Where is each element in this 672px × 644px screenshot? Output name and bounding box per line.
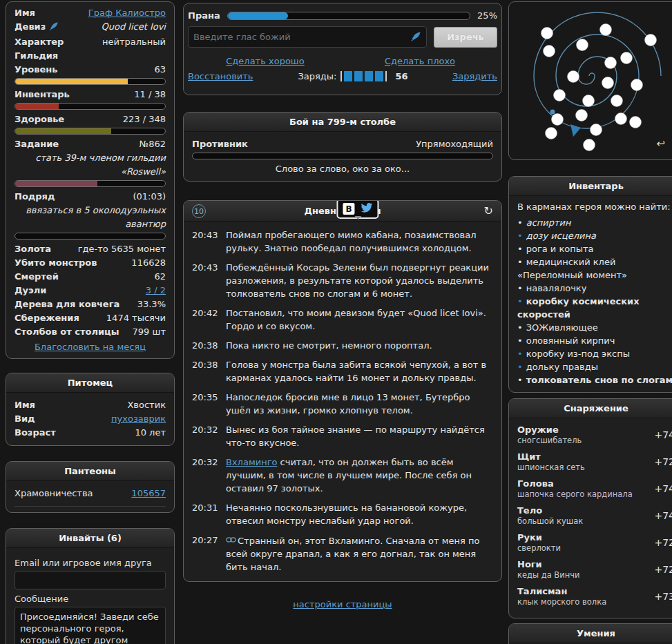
entry-text: Напоследок бросив мне в лицо 13 монет, Б…: [226, 391, 493, 417]
equipment-row: Ногикеды да Винчи +72: [517, 558, 672, 580]
invite-message-label: Сообщение: [15, 594, 166, 604]
stat-row-streak: Подряд (01:03): [15, 190, 166, 204]
do-bad-link[interactable]: Сделать плохо: [385, 56, 455, 66]
streak-timer: (01:03): [133, 190, 166, 204]
entry-text: Постановил, что моим девизом будет «Quod…: [226, 306, 493, 333]
equip-item: сногсшибатель: [517, 436, 643, 446]
stat-label: Золота: [15, 242, 51, 256]
hero-savings: 1474 тысячи: [106, 311, 166, 325]
pantheon-label: Храмовничества: [15, 487, 93, 500]
stat-label: Убито монстров: [15, 256, 97, 270]
page-settings-link[interactable]: настройки страницы: [293, 599, 392, 609]
diary-entry: 20:38 Голова у монстра была забита всяко…: [192, 358, 493, 384]
entry-time: 20:43: [192, 228, 218, 255]
pet-kind-link[interactable]: пухозаврик: [111, 412, 166, 426]
diary-entry: 20:42 Постановил, что моим девизом будет…: [192, 306, 493, 333]
equip-bonus: +74: [643, 429, 672, 440]
equip-slot: Руки: [517, 531, 643, 543]
pet-label: Имя: [15, 398, 35, 412]
monster-link[interactable]: Вхламинго: [226, 457, 277, 467]
stat-row-quest: Задание №862: [15, 137, 166, 151]
inventory-item: •коробку космических скоростей: [517, 295, 672, 321]
stat-label: Дуэли: [15, 284, 46, 297]
equipment-row: Талисманклык морского волка +73: [517, 585, 672, 607]
entry-time: 20:32: [192, 423, 218, 449]
hero-gold: где-то 5635 монет: [78, 242, 166, 256]
skills-title: Умения: [509, 624, 672, 643]
hero-inventory-count: 11 / 38: [134, 88, 166, 101]
equip-bonus: +74: [643, 510, 672, 521]
equipment-row: Оружиесногсшибатель +74: [517, 424, 672, 446]
equipment-panel: Снаряжение Оружиесногсшибатель +74 Щитшп…: [508, 398, 672, 618]
equip-bonus: +74: [643, 483, 672, 494]
stat-row-guild: Гильдия: [15, 49, 166, 63]
charges-indicator: Заряды: 56: [271, 71, 435, 81]
entry-text: Побеждённый Косарь Зелени был подвергнут…: [226, 261, 493, 300]
entry-text: Странный он, этот Вхламинго. Сначала от …: [226, 536, 479, 572]
stat-row-milestones: Столбов от столицы 799 шт: [15, 325, 166, 339]
pet-row-age: Возраст 10 лет: [15, 426, 166, 440]
equipment-row: Рукисверлокти +72: [517, 531, 672, 554]
stat-label: Девиз: [15, 21, 46, 32]
pet-panel: Питомец Имя Хвостик Вид пухозаврик Возра…: [6, 373, 175, 446]
equip-slot: Голова: [517, 478, 643, 489]
charge-link[interactable]: Зарядить: [452, 71, 497, 81]
vk-share-icon[interactable]: В: [343, 203, 354, 215]
equip-slot: Тело: [517, 505, 643, 516]
stat-row-level: Уровень 63: [15, 63, 166, 77]
quill-icon: [410, 31, 421, 44]
pet-label: Вид: [15, 412, 35, 426]
entry-time: 20:38: [192, 339, 218, 352]
pantheon-rank-link[interactable]: 105657: [131, 487, 166, 500]
entry-text: Нечаянно поскользнувшись на банановой ко…: [226, 501, 493, 527]
edit-motto-pencil-icon[interactable]: [49, 21, 59, 35]
enemy-label: Противник: [192, 137, 248, 151]
equip-item: клык морского волка: [517, 597, 643, 607]
invite-message-textarea[interactable]: Присоединяйся! Заведи себе персонального…: [15, 607, 166, 644]
inventory-bar: [15, 103, 166, 110]
stat-label: Здоровье: [15, 113, 64, 126]
entry-text: Голова у монстра была забита всякой чепу…: [226, 358, 493, 384]
inventory-panel: Инвентарь В карманах героя можно найти: …: [508, 176, 672, 393]
god-voice-input[interactable]: [188, 26, 427, 48]
map-recenter-icon[interactable]: ↩: [656, 137, 665, 150]
invite-email-input[interactable]: [15, 571, 166, 589]
hero-name-link[interactable]: Граф Калиостро: [88, 6, 166, 20]
inventory-item: •навалялочку: [517, 282, 672, 295]
stat-label: Задание: [15, 137, 59, 151]
pet-panel-title: Питомец: [6, 373, 174, 393]
stat-label: Инвентарь: [15, 88, 70, 101]
inventory-item: •аспиртин: [517, 216, 672, 229]
quest-description: стать 39-м членом гильдии «Roswell»: [15, 151, 166, 179]
equip-item: сверлокти: [517, 543, 643, 554]
pantheon-row: Храмовничества 105657: [15, 487, 166, 500]
duels-link[interactable]: 3 / 2: [146, 284, 166, 297]
refresh-icon[interactable]: ↻: [484, 204, 493, 217]
do-good-link[interactable]: Сделать хорошо: [226, 56, 304, 66]
entry-time: 20:35: [192, 391, 218, 417]
stat-row-inventory: Инвентарь 11 / 38: [15, 88, 166, 101]
restore-link[interactable]: Восстановить: [188, 71, 253, 81]
entry-text: Вынес из боя тайное знание — по маршруту…: [226, 423, 493, 449]
inventory-item: •коробку из-под экспы: [517, 347, 672, 360]
prana-value: 25%: [477, 10, 497, 21]
battle-title: Бой на 799-м столбе: [184, 113, 501, 132]
stat-row-ark: Дерева для ковчега 33.3%: [15, 297, 166, 311]
stat-row-gold: Золота где-то 5635 монет: [15, 242, 166, 256]
hero-health: 223 / 348: [123, 113, 166, 126]
hero-position-dot: [550, 110, 555, 115]
say-button[interactable]: Изречь: [434, 27, 497, 48]
stat-label: Смертей: [15, 270, 59, 284]
inventory-item: •оловянный кирпич: [517, 334, 672, 347]
stat-row-motto: Девиз Quod licet Iovi: [15, 20, 166, 35]
bless-month-link[interactable]: Благословить на месяц: [35, 342, 146, 352]
enemy-health-bar: [192, 153, 493, 159]
hero-level: 63: [154, 63, 166, 77]
twitter-share-icon[interactable]: [361, 203, 372, 215]
prana-bar: [227, 12, 470, 20]
hero-direction-arrow: [570, 124, 581, 137]
spiral-road-map: [509, 2, 672, 159]
level-bar-fill: [15, 79, 128, 84]
equip-slot: Щит: [517, 451, 643, 462]
entry-time: 20:43: [192, 261, 218, 300]
